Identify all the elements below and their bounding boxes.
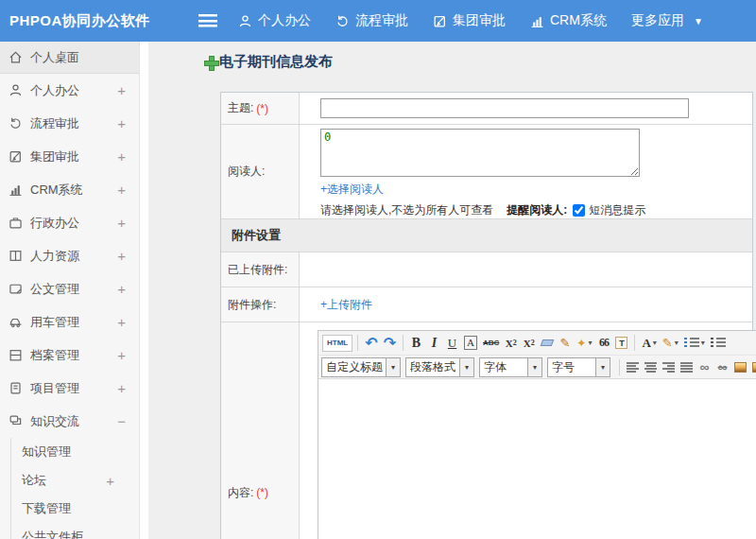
chevron-down-icon: ▾ — [527, 358, 541, 376]
unordered-list-button[interactable] — [709, 334, 728, 353]
sidebar-subitem-forum[interactable]: 论坛 + — [11, 466, 139, 495]
sidebar-item-vehicle-mgmt[interactable]: 用车管理 + — [0, 305, 139, 339]
sidebar-item-hr[interactable]: 人力资源 + — [0, 239, 139, 272]
font-family-select[interactable]: 字体▾ — [479, 357, 542, 377]
subscript-button[interactable]: X2 — [521, 334, 537, 353]
collapse-toggle[interactable]: − — [117, 413, 126, 429]
subject-row: 主题: (*) — [221, 93, 752, 125]
align-center-button[interactable] — [643, 357, 659, 376]
expand-toggle[interactable]: + — [117, 82, 126, 98]
expand-toggle[interactable]: + — [117, 248, 126, 264]
person-icon — [238, 14, 252, 28]
attachment-operation-label: 附件操作: — [221, 287, 300, 322]
nav-item-more-apps[interactable]: 更多应用 ▼ — [631, 12, 703, 29]
insert-link-button[interactable]: ∞ — [696, 357, 713, 376]
insert-image-button[interactable] — [732, 357, 748, 376]
font-size-select[interactable]: 字号▾ — [547, 357, 610, 377]
sidebar-item-archive-mgmt[interactable]: 档案管理 + — [0, 339, 139, 372]
nav-label: CRM系统 — [550, 12, 607, 29]
insert-media-button[interactable] — [750, 357, 756, 376]
format-painter-button[interactable]: ✎ — [557, 334, 573, 353]
sidebar-item-knowledge-exchange[interactable]: 知识交流 − — [0, 405, 139, 438]
paste-plain-text-button[interactable]: T — [613, 334, 629, 353]
nav-item-group-approval[interactable]: 集团审批 — [433, 12, 506, 29]
nav-label: 更多应用 — [631, 12, 684, 29]
chevron-down-icon: ▾ — [653, 339, 657, 347]
paragraph-format-select[interactable]: 段落格式▾ — [405, 357, 474, 377]
expand-toggle[interactable]: + — [117, 182, 126, 198]
required-mark: (*) — [256, 486, 268, 499]
align-right-button[interactable] — [661, 357, 677, 376]
sidebar-item-crm[interactable]: CRM系统 + — [0, 173, 139, 206]
font-style-button[interactable]: A — [462, 334, 479, 353]
sidebar-item-admin-office[interactable]: 行政办公 + — [0, 206, 139, 239]
italic-button[interactable]: I — [426, 334, 442, 353]
expand-toggle[interactable]: + — [117, 115, 126, 131]
editor-toolbar-row-1: HTML ↶ ↷ B I U A ABC X2 X2 — [318, 331, 756, 355]
app-logo[interactable]: PHPOA协同办公软件 — [9, 0, 150, 42]
toolbar-separator — [634, 335, 635, 351]
hamburger-icon[interactable] — [198, 14, 217, 27]
custom-heading-select[interactable]: 自定义标题▾ — [321, 357, 401, 377]
expand-toggle[interactable]: + — [117, 215, 126, 231]
remove-link-button[interactable]: ∞ — [714, 357, 730, 376]
sidebar-item-personal-office[interactable]: 个人办公 + — [0, 74, 139, 107]
source-code-button[interactable]: HTML — [322, 335, 352, 352]
sms-remind-checkbox[interactable] — [573, 204, 585, 217]
blockquote-button[interactable]: 66 — [595, 334, 611, 353]
expand-toggle[interactable]: + — [117, 314, 126, 330]
briefcase-icon — [9, 216, 23, 230]
top-nav: 个人办公 流程审批 集团审批 CRM系统 更多应用 ▼ — [238, 0, 703, 42]
readers-label: 阅读人: — [221, 125, 300, 218]
uploaded-attachments-value — [300, 252, 752, 287]
media-icon — [752, 362, 756, 373]
expand-toggle[interactable]: + — [106, 473, 114, 489]
align-left-button[interactable] — [625, 357, 641, 376]
remove-format-button[interactable] — [539, 334, 555, 353]
expand-toggle[interactable]: + — [117, 380, 126, 396]
expand-toggle[interactable]: + — [117, 281, 126, 297]
sidebar-item-group-approval[interactable]: 集团审批 + — [0, 140, 139, 173]
sidebar: 个人桌面 个人办公 + 流程审批 + 集团审批 + CRM系统 + 行政办公 + — [0, 42, 140, 539]
cycle-icon — [335, 14, 350, 28]
undo-button[interactable]: ↶ — [363, 334, 379, 353]
align-left-icon — [627, 362, 639, 373]
editor-content-area[interactable] — [318, 378, 756, 539]
quick-format-button[interactable]: ✦▾ — [575, 334, 593, 353]
sidebar-subitem-public-cabinet[interactable]: 公共文件柜 — [11, 523, 139, 539]
redo-button[interactable]: ↷ — [382, 334, 398, 353]
superscript-button[interactable]: X2 — [503, 334, 519, 353]
home-icon — [9, 50, 23, 64]
expand-toggle[interactable]: + — [117, 148, 126, 165]
underline-button[interactable]: U — [444, 334, 460, 353]
highlight-color-button[interactable]: ✎▾ — [661, 334, 680, 353]
sidebar-item-project-mgmt[interactable]: 项目管理 + — [0, 372, 139, 405]
font-color-button[interactable]: A▾ — [640, 334, 658, 353]
nav-item-crm[interactable]: CRM系统 — [530, 12, 607, 29]
car-icon — [9, 315, 23, 329]
justify-button[interactable] — [679, 357, 695, 376]
sidebar-subitem-knowledge-mgmt[interactable]: 知识管理 — [11, 438, 139, 466]
main-content: 电子期刊信息发布 主题: (*) 阅读人: 0 +选择阅读人 — [148, 42, 756, 539]
sidebar-item-personal-desktop[interactable]: 个人桌面 — [0, 42, 139, 74]
sidebar-subitem-download-mgmt[interactable]: 下载管理 — [11, 495, 139, 523]
bold-button[interactable]: B — [408, 334, 424, 353]
upload-attachment-link[interactable]: +上传附件 — [320, 297, 372, 313]
chat-pages-icon — [9, 414, 23, 428]
subject-input[interactable] — [320, 98, 689, 118]
strikethrough-button[interactable]: ABC — [481, 334, 501, 353]
nav-item-workflow-approval[interactable]: 流程审批 — [335, 12, 408, 29]
ordered-list-button[interactable]: ▾ — [682, 334, 707, 353]
sidebar-submenu: 知识管理 论坛 + 下载管理 公共文件柜 — [10, 438, 139, 539]
nav-item-personal-office[interactable]: 个人办公 — [238, 12, 311, 29]
expand-toggle[interactable]: + — [117, 347, 126, 363]
app-window: PHPOA协同办公软件 个人办公 流程审批 集团审批 CRM系统 更多应用 ▼ — [0, 0, 756, 539]
sidebar-item-workflow-approval[interactable]: 流程审批 + — [0, 107, 139, 140]
unordered-list-icon — [711, 338, 726, 348]
select-readers-link[interactable]: +选择阅读人 — [320, 182, 384, 198]
paste-text-icon: T — [615, 337, 627, 349]
chevron-down-icon: ▾ — [701, 339, 705, 347]
sidebar-item-document-mgmt[interactable]: 公文管理 + — [0, 272, 139, 305]
readers-textarea[interactable]: 0 — [320, 129, 640, 177]
uploaded-attachments-label: 已上传附件: — [221, 252, 300, 287]
